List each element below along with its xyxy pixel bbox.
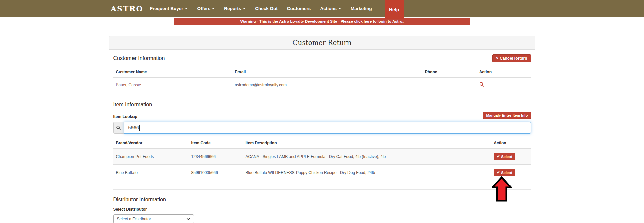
item-description: ACANA - Singles LAMB and APPLE Formula -…	[243, 148, 491, 165]
select-item-button[interactable]: ✔ Select	[494, 169, 515, 176]
x-icon: ×	[496, 56, 498, 61]
item-results-table: Brand/Vendor Item Code Item Description …	[113, 138, 531, 180]
customer-table-header-email: Email	[232, 67, 422, 77]
caret-down-icon	[185, 8, 188, 9]
distributor-select[interactable]: Select a Distributor	[113, 214, 194, 223]
red-up-arrow-annotation	[492, 176, 512, 202]
caret-down-icon	[338, 8, 341, 9]
nav-item-offers[interactable]: Offers	[193, 0, 220, 17]
chevron-down-icon	[186, 218, 190, 220]
caret-down-icon	[212, 8, 215, 9]
cancel-return-button[interactable]: × Cancel Return	[492, 54, 531, 62]
customer-row: Bauer, Cassie astrodemo@astroloyalty.com	[113, 77, 531, 92]
item-table-header-description: Item Description	[243, 138, 491, 148]
select-item-button[interactable]: ✔ Select	[494, 153, 515, 160]
section-divider	[113, 189, 531, 190]
item-brand: Champion Pet Foods	[113, 148, 189, 165]
customer-phone	[422, 77, 477, 92]
customer-email: astrodemo@astroloyalty.com	[232, 77, 422, 92]
customer-table-header-name: Customer Name	[113, 67, 232, 77]
search-addon	[113, 122, 124, 134]
page-title: Customer Return	[109, 36, 535, 50]
item-table-header-brand: Brand/Vendor	[113, 138, 189, 148]
select-distributor-label: Select Distributor	[113, 207, 531, 212]
item-search-input[interactable]: 5666	[124, 122, 531, 134]
nav-item-customers[interactable]: Customers	[282, 0, 316, 17]
item-information-heading: Item Information	[113, 102, 531, 108]
top-navbar: ASTRO Frequent Buyer Offers Reports Chec…	[0, 0, 644, 17]
customer-name-link[interactable]: Bauer, Cassie	[116, 82, 141, 87]
nav-item-marketing[interactable]: Marketing	[346, 0, 377, 17]
item-row: Blue Buffalo 859610005666 Blue Buffalo W…	[113, 165, 531, 181]
item-row: Champion Pet Foods 12344566666 ACANA - S…	[113, 148, 531, 165]
check-icon: ✔	[497, 154, 500, 159]
item-table-header-action: Action	[491, 138, 531, 148]
customer-table-header-action: Action	[477, 67, 531, 77]
nav-item-frequent-buyer[interactable]: Frequent Buyer	[145, 0, 193, 17]
item-code: 859610005666	[189, 165, 243, 181]
item-lookup-label: Item Lookup	[113, 114, 137, 119]
dev-site-warning-banner[interactable]: Warning - This is the Astro Loyalty Deve…	[174, 18, 470, 25]
distributor-information-heading: Distributor Information	[113, 197, 531, 203]
search-icon	[116, 125, 121, 130]
item-description: Blue Buffalo WILDERNESS Puppy Chicken Re…	[243, 165, 491, 181]
customer-return-panel: Customer Return Customer Information × C…	[109, 36, 535, 223]
nav-item-actions[interactable]: Actions	[315, 0, 346, 17]
nav-item-reports[interactable]: Reports	[219, 0, 250, 17]
item-table-header-code: Item Code	[189, 138, 243, 148]
item-brand: Blue Buffalo	[113, 165, 189, 181]
manually-enter-item-info-button[interactable]: Manualy Enter Item Info	[483, 112, 531, 119]
item-code: 12344566666	[189, 148, 243, 165]
customer-information-heading: Customer Information	[113, 55, 165, 61]
search-icon	[479, 82, 484, 87]
caret-down-icon	[243, 8, 246, 9]
astro-logo[interactable]: ASTRO	[111, 4, 143, 13]
text-cursor	[139, 125, 140, 131]
nav-item-check-out[interactable]: Check Out	[250, 0, 282, 17]
customer-table: Customer Name Email Phone Action Bauer, …	[113, 67, 531, 92]
customer-table-header-phone: Phone	[422, 67, 477, 77]
help-button[interactable]: Help	[385, 0, 404, 19]
check-icon: ✔	[497, 170, 500, 175]
view-customer-button[interactable]	[479, 82, 484, 87]
